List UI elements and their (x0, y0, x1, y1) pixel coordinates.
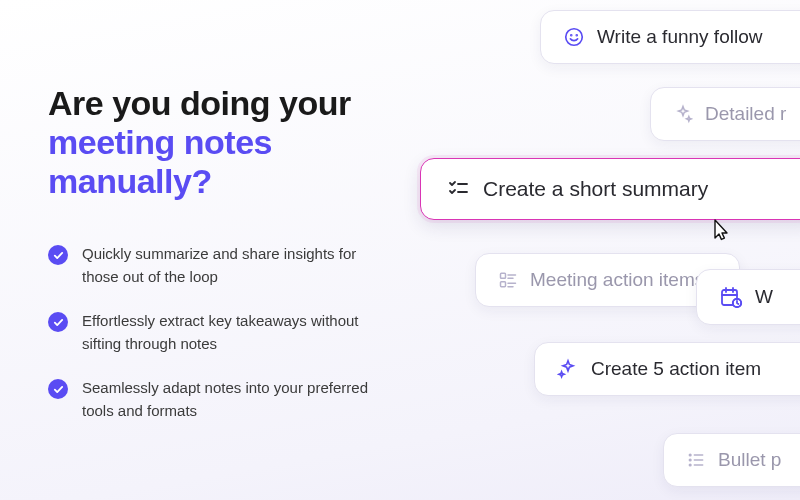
svg-rect-4 (501, 282, 506, 287)
pill-label: Create a short summary (483, 177, 708, 201)
headline-accent: meeting notes manually? (48, 123, 272, 200)
cursor-icon (708, 218, 732, 250)
check-icon (48, 379, 68, 399)
check-icon (48, 245, 68, 265)
list-icon (686, 450, 706, 470)
suggestion-pill-funny[interactable]: Write a funny follow (540, 10, 800, 64)
checklist-icon (447, 177, 471, 201)
sparkles-icon (673, 104, 693, 124)
feature-item: Effortlessly extract key takeaways witho… (48, 310, 380, 355)
pill-label: Detailed r (705, 103, 786, 125)
svg-point-1 (571, 35, 572, 36)
suggestion-pill-actions[interactable]: Create 5 action item (534, 342, 800, 396)
suggestion-pill-schedule[interactable]: W (696, 269, 800, 325)
hero-left: Are you doing your meeting notes manuall… (0, 0, 400, 500)
suggestion-pill-bulletpoints[interactable]: Bullet p (663, 433, 800, 487)
svg-point-2 (576, 35, 577, 36)
page-title: Are you doing your meeting notes manuall… (48, 84, 380, 201)
grid-list-icon (498, 270, 518, 290)
feature-text: Seamlessly adapt notes into your preferr… (82, 377, 372, 422)
pill-label: Meeting action items (530, 269, 704, 291)
suggestion-cloud: Write a funny follow Detailed r Create a… (400, 0, 800, 500)
pill-label: W (755, 286, 773, 308)
feature-item: Seamlessly adapt notes into your preferr… (48, 377, 380, 422)
headline-part1: Are you doing your (48, 84, 351, 122)
pill-label: Bullet p (718, 449, 781, 471)
svg-point-10 (689, 464, 691, 466)
svg-point-8 (689, 454, 691, 456)
pill-label: Create 5 action item (591, 358, 761, 380)
check-icon (48, 312, 68, 332)
svg-point-9 (689, 459, 691, 461)
suggestion-pill-summary-active[interactable]: Create a short summary (420, 158, 800, 220)
sparkles-icon (557, 358, 579, 380)
suggestion-pill-detailed[interactable]: Detailed r (650, 87, 800, 141)
svg-point-0 (566, 29, 583, 46)
svg-rect-3 (501, 273, 506, 278)
calendar-clock-icon (719, 285, 743, 309)
feature-list: Quickly summarize and share insights for… (48, 243, 380, 422)
pill-label: Write a funny follow (597, 26, 762, 48)
smile-icon (563, 26, 585, 48)
feature-item: Quickly summarize and share insights for… (48, 243, 380, 288)
feature-text: Effortlessly extract key takeaways witho… (82, 310, 372, 355)
feature-text: Quickly summarize and share insights for… (82, 243, 372, 288)
